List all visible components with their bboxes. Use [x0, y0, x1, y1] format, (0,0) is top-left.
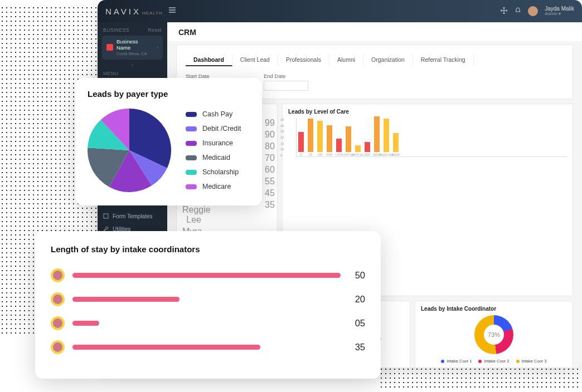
end-date-label: End Date — [264, 73, 286, 79]
logo: NAVIXHEALTH — [105, 7, 163, 16]
svg-rect-0 — [104, 214, 108, 218]
chart-title: Leads by payer type — [88, 89, 250, 99]
chevron-right-icon: › — [157, 45, 158, 50]
business-picker[interactable]: Business Name Costa Mesa, CA › — [102, 36, 163, 60]
avatar — [51, 268, 65, 282]
avatar[interactable] — [528, 6, 538, 16]
crm-tabs: Dashboard Client Lead Professionals Alum… — [183, 51, 566, 72]
chevron-down-icon[interactable]: ⌄ — [98, 62, 167, 67]
chart-title: Length of stay by intake coordinators — [51, 244, 365, 254]
tab-client-lead[interactable]: Client Lead — [232, 54, 278, 66]
tab-organization[interactable]: Organization — [363, 54, 413, 66]
list-item: 20 — [51, 292, 365, 306]
tab-referral-tracking[interactable]: Referral Tracking — [413, 54, 474, 66]
business-icon — [106, 44, 113, 51]
pie-legend: Cash PayDebit /CreditInsuranceMedicaidSc… — [186, 110, 241, 190]
avatar — [51, 292, 65, 306]
list-item: 05 — [51, 316, 365, 330]
page-title: CRM — [167, 22, 582, 41]
avatar — [51, 316, 65, 330]
list-item: 50 — [51, 268, 365, 282]
bell-icon[interactable] — [515, 7, 521, 15]
sidebar-section-menu: MENU — [103, 71, 118, 76]
callout-leads-by-payer: Leads by payer type Cash PayDebit /Credi… — [75, 78, 262, 205]
move-icon[interactable] — [500, 7, 508, 16]
card-leads-by-intake-coordinator: Leads by Intake Coordinator 73% Intake C… — [415, 301, 573, 367]
tab-professionals[interactable]: Professionals — [278, 54, 329, 66]
sidebar-reset[interactable]: Reset — [148, 27, 162, 33]
avatar — [51, 340, 65, 354]
form-icon — [103, 213, 109, 219]
hamburger-icon[interactable] — [168, 6, 176, 16]
sidebar-item-form-templates[interactable]: Form Templates — [98, 210, 167, 223]
user-menu[interactable]: Jayda Malik Admin ▾ — [545, 6, 574, 17]
list-item: 35 — [51, 340, 365, 354]
topbar: NAVIXHEALTH Jayda Malik Admin ▾ — [98, 0, 582, 22]
sidebar-section-business: BUSINESS — [103, 27, 129, 33]
tab-alumni[interactable]: Alumni — [329, 54, 363, 66]
end-date-input[interactable] — [264, 81, 308, 91]
tab-dashboard[interactable]: Dashboard — [186, 54, 232, 66]
pie-chart — [88, 109, 171, 192]
callout-los-by-intake: Length of stay by intake coordinators 50… — [35, 231, 381, 379]
